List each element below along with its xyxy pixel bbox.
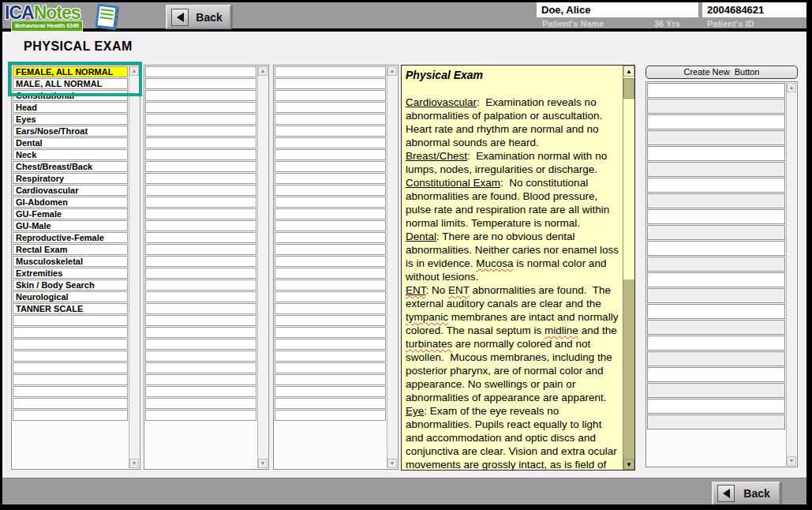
list-item[interactable] bbox=[647, 336, 785, 351]
list-item[interactable]: Musculoskeletal bbox=[13, 256, 128, 267]
scroll-down-icon[interactable]: ▼ bbox=[623, 459, 634, 470]
create-new-button[interactable]: Create New Button bbox=[645, 66, 798, 79]
list-item[interactable] bbox=[647, 162, 785, 177]
list-item[interactable] bbox=[275, 208, 386, 219]
list-item[interactable] bbox=[145, 362, 256, 373]
list-item[interactable]: Constitutional bbox=[13, 90, 128, 101]
list-item[interactable] bbox=[275, 410, 386, 421]
right-list-scrollbar[interactable]: ▲ ▼ bbox=[786, 83, 796, 466]
patient-id-field[interactable]: 2004684621 bbox=[702, 2, 806, 17]
mid1-list-scrollbar[interactable]: ▲ ▼ bbox=[257, 66, 268, 468]
list-item[interactable] bbox=[275, 398, 386, 409]
list-item[interactable] bbox=[647, 83, 785, 98]
list-item[interactable]: MALE, ALL NORMAL bbox=[13, 78, 128, 89]
scroll-up-icon[interactable]: ▲ bbox=[787, 83, 796, 92]
mid2-list-scrollbar[interactable]: ▲ ▼ bbox=[387, 66, 397, 468]
list-item[interactable] bbox=[145, 374, 256, 385]
list-item[interactable] bbox=[145, 173, 256, 184]
list-item[interactable]: FEMALE, ALL NORMAL bbox=[13, 66, 128, 77]
list-item[interactable]: Neck bbox=[13, 149, 128, 160]
list-item[interactable] bbox=[647, 99, 785, 114]
list-item[interactable] bbox=[647, 414, 785, 429]
list-item[interactable] bbox=[275, 126, 386, 137]
list-item[interactable] bbox=[145, 102, 256, 113]
list-item[interactable] bbox=[145, 315, 256, 326]
list-item[interactable] bbox=[275, 279, 386, 291]
list-item[interactable] bbox=[275, 149, 386, 160]
list-item[interactable] bbox=[275, 102, 386, 113]
list-item[interactable] bbox=[13, 374, 128, 385]
list-item[interactable]: Reproductive-Female bbox=[13, 232, 128, 243]
list-item[interactable] bbox=[145, 161, 256, 172]
list-item[interactable] bbox=[145, 78, 256, 89]
list-item[interactable] bbox=[145, 185, 256, 196]
list-item[interactable]: Head bbox=[13, 102, 128, 113]
list-item[interactable] bbox=[13, 351, 128, 362]
list-item[interactable]: Dental bbox=[13, 137, 128, 148]
list-item[interactable] bbox=[647, 257, 785, 272]
list-item[interactable]: Chest/Breast/Back bbox=[13, 161, 128, 172]
patient-name-field[interactable]: Doe, Alice bbox=[537, 2, 698, 17]
list-item[interactable] bbox=[145, 232, 256, 243]
list-item[interactable] bbox=[275, 351, 386, 362]
note-scroll-shaded-region[interactable] bbox=[623, 279, 634, 470]
list-item[interactable] bbox=[275, 256, 386, 267]
list-item[interactable] bbox=[647, 399, 785, 414]
list-item[interactable] bbox=[145, 256, 256, 267]
note-scroll-thumb[interactable] bbox=[623, 78, 634, 99]
list-item[interactable] bbox=[647, 241, 785, 256]
back-button-top[interactable]: Back bbox=[166, 5, 231, 29]
list-item[interactable]: Skin / Body Search bbox=[13, 279, 128, 291]
left-list-scrollbar[interactable]: ▲ ▼ bbox=[129, 66, 139, 468]
list-item[interactable] bbox=[275, 303, 386, 314]
list-item[interactable]: Respiratory bbox=[13, 173, 128, 184]
scroll-up-icon[interactable]: ▲ bbox=[258, 66, 268, 76]
list-item[interactable] bbox=[275, 220, 386, 231]
list-item[interactable] bbox=[275, 315, 386, 326]
list-item[interactable]: GU-Male bbox=[13, 220, 128, 231]
icanotes-logo[interactable]: ICANotes Behavioral Health EHR bbox=[5, 3, 131, 31]
list-item[interactable] bbox=[275, 161, 386, 172]
list-item[interactable] bbox=[275, 374, 386, 385]
list-item[interactable]: Neurological bbox=[13, 291, 128, 302]
list-item[interactable] bbox=[145, 197, 256, 208]
list-item[interactable] bbox=[145, 268, 256, 279]
list-item[interactable]: Cardiovascular bbox=[13, 185, 128, 196]
scroll-up-icon[interactable]: ▲ bbox=[129, 66, 139, 76]
scroll-down-icon[interactable]: ▼ bbox=[258, 459, 268, 468]
list-item[interactable] bbox=[13, 362, 128, 373]
list-item[interactable] bbox=[647, 114, 785, 129]
scroll-up-icon[interactable]: ▲ bbox=[387, 66, 397, 76]
list-item[interactable] bbox=[13, 315, 128, 326]
list-item[interactable]: Eyes bbox=[13, 114, 128, 125]
list-item[interactable] bbox=[647, 272, 785, 287]
list-item[interactable]: GU-Female bbox=[13, 208, 128, 219]
list-item[interactable] bbox=[275, 66, 386, 77]
list-item[interactable] bbox=[647, 288, 785, 303]
list-item[interactable] bbox=[145, 279, 256, 291]
list-item[interactable] bbox=[145, 66, 256, 77]
list-item[interactable]: Rectal Exam bbox=[13, 244, 128, 255]
list-item[interactable] bbox=[145, 244, 256, 255]
list-item[interactable] bbox=[145, 410, 256, 421]
list-item[interactable] bbox=[145, 114, 256, 125]
list-item[interactable] bbox=[647, 193, 785, 208]
list-item[interactable] bbox=[275, 197, 386, 208]
scroll-down-icon[interactable]: ▼ bbox=[387, 459, 397, 468]
list-item[interactable] bbox=[275, 327, 386, 338]
list-item[interactable] bbox=[275, 339, 386, 350]
list-item[interactable] bbox=[647, 351, 785, 366]
list-item[interactable] bbox=[647, 304, 785, 319]
list-item[interactable] bbox=[647, 146, 785, 161]
exam-note-textarea[interactable]: Physical ExamCardiovascular: Examination… bbox=[401, 65, 635, 471]
list-item[interactable] bbox=[145, 137, 256, 148]
list-item[interactable] bbox=[145, 90, 256, 101]
list-item[interactable]: GI-Abdomen bbox=[13, 197, 128, 208]
scroll-down-icon[interactable]: ▼ bbox=[129, 459, 139, 468]
list-item[interactable] bbox=[275, 185, 386, 196]
list-item[interactable] bbox=[275, 232, 386, 243]
list-item[interactable] bbox=[145, 220, 256, 231]
list-item[interactable] bbox=[647, 320, 785, 335]
list-item[interactable] bbox=[647, 367, 785, 382]
list-item[interactable] bbox=[145, 303, 256, 314]
